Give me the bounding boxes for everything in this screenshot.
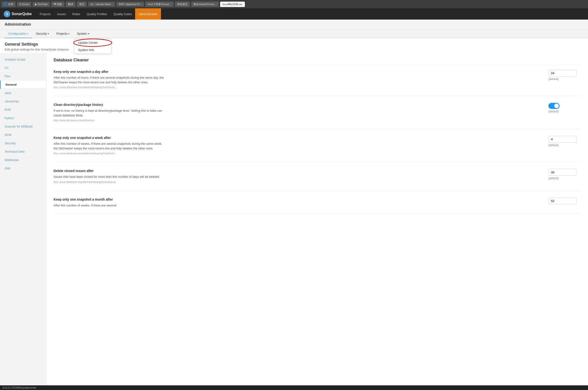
setting-block-snapshot-month: Keep only one snapshot a month after Aft…: [54, 197, 581, 214]
setting-default-clean-directory: (default): [548, 110, 581, 113]
setting-key-snapshot-day: Key: sonar.dbcleaner.hoursBeforeKeepingO…: [54, 86, 539, 89]
subnav-projects-label: Projects: [56, 32, 67, 35]
sonarqube-logo: S SonarQube: [4, 11, 32, 17]
setting-toggle-clean-directory[interactable]: [548, 103, 560, 109]
sidebar-item-java[interactable]: Java: [0, 89, 46, 97]
tab-youtube[interactable]: ▶ YouTube: [33, 2, 50, 7]
subnav-security-label: Security: [36, 32, 47, 35]
setting-input-snapshot-week[interactable]: [548, 136, 576, 143]
sidebar-item-analysis-scope[interactable]: Analysis Scope: [0, 55, 46, 64]
setting-name-closed-issues: Delete closed issues after: [54, 169, 539, 173]
sidebar-item-csharp[interactable]: C#: [0, 64, 46, 72]
sidebar-item-scanner-msbuild[interactable]: Scanner for MSBuild: [0, 122, 46, 131]
tab-centos[interactable]: 教你centos中tomc...: [191, 2, 219, 7]
setting-name-snapshot-week: Keep only one snapshot a week after: [54, 136, 539, 140]
subnav-security[interactable]: Security ▾: [32, 30, 53, 38]
setting-block-snapshot-week: Keep only one snapshot a week after Afte…: [54, 136, 581, 162]
nav-projects[interactable]: Projects: [36, 8, 54, 20]
tab-ubuntu[interactable]: ck :: Ubuntu Desk...: [88, 2, 115, 6]
caret-icon: ▾: [68, 32, 69, 35]
browser-tab-bar: 🟦 应用 ✉ Gmail ▶ YouTube 🗺 地图 翻译 资讯 ck :: …: [0, 0, 588, 8]
sidebar-item-security[interactable]: Security: [0, 139, 46, 147]
tab-sonar[interactable]: linux网站部署-cer: [220, 2, 245, 7]
setting-input-closed-issues[interactable]: [548, 169, 576, 176]
tab-tomcat[interactable]: linux下部署Tomcat...: [145, 2, 173, 7]
tab-gmail[interactable]: ✉ Gmail: [17, 2, 31, 7]
setting-name-snapshot-day: Keep only one snapshot a day after: [54, 70, 539, 74]
caret-icon: ▾: [27, 32, 28, 35]
setting-input-snapshot-month[interactable]: [548, 197, 576, 204]
setting-block-snapshot-day: Keep only one snapshot a day after After…: [54, 70, 581, 96]
sidebar-item-general[interactable]: General: [0, 81, 46, 89]
nav-quality-profiles[interactable]: Quality Profiles: [83, 8, 110, 20]
logo-text: SonarQube: [12, 12, 32, 16]
setting-name-clean-directory: Clean directory/package history: [54, 103, 539, 106]
sidebar-item-php[interactable]: PHP: [0, 106, 46, 114]
content-area: Analysis Scope C# Flex General Java Java…: [0, 53, 588, 390]
tab-php[interactable]: PHP: Hypertext Pr...: [117, 2, 144, 6]
system-dropdown: Update Center System Info: [74, 39, 111, 54]
sidebar-item-javascript[interactable]: JavaScript: [0, 97, 46, 106]
subnav-configuration-label: Configuration: [8, 32, 26, 35]
sub-navigation: Configuration ▾ Security ▾ Projects ▾ Sy…: [0, 30, 588, 38]
sidebar: Analysis Scope C# Flex General Java Java…: [0, 53, 47, 390]
subnav-projects[interactable]: Projects ▾: [53, 30, 73, 38]
setting-name-snapshot-month: Keep only one snapshot a month after: [54, 197, 539, 201]
sidebar-item-xml[interactable]: XML: [0, 164, 46, 173]
dropdown-item-system-info[interactable]: System Info: [74, 46, 111, 53]
bottom-bar: 10.0.0.176:9000/updatecenter: [0, 385, 588, 390]
setting-desc-closed-issues: Issues that have been closed for more th…: [54, 175, 165, 179]
dropdown-item-update-center[interactable]: Update Center: [78, 41, 107, 45]
subnav-configuration[interactable]: Configuration ▾: [5, 30, 32, 38]
bottom-bar-text: 10.0.0.176:9000/updatecenter: [2, 386, 37, 389]
sidebar-item-flex[interactable]: Flex: [0, 72, 46, 81]
setting-desc-clean-directory: If set to true, no history is kept at di…: [54, 108, 165, 117]
nav-administration[interactable]: Administration: [135, 8, 161, 20]
subnav-system-label: System: [77, 32, 87, 35]
setting-input-snapshot-day[interactable]: [548, 70, 576, 77]
nav-rules[interactable]: Rules: [69, 8, 83, 20]
tab-newtab[interactable]: 新标签页: [175, 2, 190, 7]
tab-maps[interactable]: 🗺 地图: [51, 2, 64, 7]
setting-desc-snapshot-day: After this number of hours, if there are…: [54, 75, 165, 85]
page-title: Administration: [5, 22, 31, 26]
subnav-system[interactable]: System ▾: [73, 30, 93, 38]
setting-key-clean-directory: Key: sonar.dbcleaner.cleanDirectory: [54, 119, 539, 122]
tab-apps[interactable]: 🟦 应用: [2, 2, 16, 7]
logo-icon: S: [4, 11, 10, 17]
setting-key-snapshot-week: Key: sonar.dbcleaner.weeksBeforeKeepingO…: [54, 152, 539, 155]
setting-key-closed-issues: Key: sonar.dbcleaner.daysBeforeDeletingC…: [54, 181, 539, 183]
caret-icon: ▾: [48, 32, 49, 35]
setting-block-clean-directory: Clean directory/package history If set t…: [54, 103, 581, 129]
setting-desc-snapshot-week: After this number of weeks, if there are…: [54, 142, 165, 150]
top-navigation: S SonarQube Projects Issues Rules Qualit…: [0, 8, 588, 20]
sidebar-item-python[interactable]: Python: [0, 114, 46, 122]
nav-issues[interactable]: Issues: [54, 8, 69, 20]
section-title: Database Cleaner: [54, 58, 581, 65]
sidebar-item-scm[interactable]: SCM: [0, 131, 46, 139]
setting-default-snapshot-day: (default): [548, 78, 581, 81]
caret-icon: ▾: [88, 32, 89, 35]
setting-default-closed-issues: (default): [548, 177, 581, 180]
setting-default-snapshot-week: (default): [548, 144, 581, 147]
tab-translate[interactable]: 翻译: [66, 2, 75, 7]
sidebar-item-technical-debt[interactable]: Technical Debt: [0, 147, 46, 156]
setting-desc-snapshot-month: After this number of weeks, if there are…: [54, 203, 165, 208]
setting-block-closed-issues: Delete closed issues after Issues that h…: [54, 169, 581, 191]
nav-quality-gates[interactable]: Quality Gates: [110, 8, 135, 20]
main-content: Database Cleaner Keep only one snapshot …: [47, 53, 588, 390]
sidebar-item-webhooks[interactable]: Webhooks: [0, 156, 46, 164]
tab-news[interactable]: 资讯: [77, 2, 87, 7]
page-header: Administration: [0, 20, 588, 30]
